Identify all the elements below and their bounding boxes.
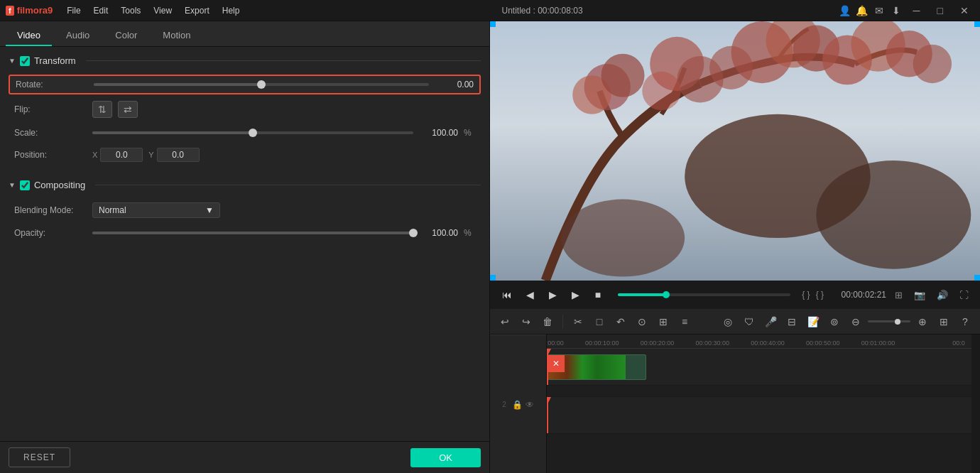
step-forward-button[interactable]: ▶ [567,286,584,303]
track-2-eye-icon[interactable]: 👁 [526,400,534,410]
mic-button[interactable]: 🎤 [761,312,780,331]
ok-button[interactable]: OK [410,448,481,467]
svg-point-6 [642,72,680,110]
ruler-mark-5: 00:00:50:00 [806,339,840,347]
position-label: Position: [14,150,92,160]
compositing-chevron: ▼ [9,181,16,189]
menu-help[interactable]: Help [217,3,246,18]
scale-value[interactable]: 100.00 [419,128,458,138]
video-clip-1[interactable] [547,354,646,380]
rotate-slider-thumb[interactable] [257,80,266,89]
volume-icon[interactable]: 🔊 [934,288,951,302]
edit-button[interactable]: 📝 [804,312,822,331]
rotate-tool-button[interactable]: ↶ [611,312,630,331]
help-button[interactable]: ? [956,312,974,331]
zoom-slider[interactable] [868,320,910,322]
redo-button[interactable]: ↪ [517,312,535,331]
grid-button[interactable]: ⊞ [935,312,953,331]
undo-button[interactable]: ↩ [496,312,514,331]
flip-vertical-button[interactable]: ⇄ [118,101,138,118]
screen-size-icon[interactable]: ⊞ [892,288,905,302]
position-x-group: X [92,148,143,162]
cut-button[interactable]: ✂ [569,312,587,331]
svg-point-3 [601,54,645,97]
audio-tool-button[interactable]: ≡ [675,312,694,331]
scale-slider[interactable] [92,131,413,134]
scale-row: Scale: 100.00 % [9,124,481,141]
fullscreen-icon[interactable]: ⛶ [957,288,971,302]
tab-video[interactable]: Video [6,26,52,46]
right-panel: ⏮ ◀ ▶ ▶ ■ { } { } 00:00:02:21 ⊞ 📷 🔊 ⛶ ↩ … [490,21,980,473]
menu-edit[interactable]: Edit [88,3,114,18]
menu-file[interactable]: File [61,3,86,18]
opacity-value[interactable]: 100.00 [419,228,458,238]
progress-fill [618,293,666,296]
close-button[interactable]: ✕ [954,4,974,18]
opacity-slider-thumb[interactable] [409,229,418,237]
overlay-tool[interactable]: ⊚ [825,312,844,331]
preview-canvas [490,21,980,281]
split-button[interactable]: ⊟ [783,312,801,331]
stop-button[interactable]: ■ [589,286,606,303]
rotate-slider[interactable] [94,83,429,86]
overlay-button[interactable]: ⊞ [654,312,673,331]
notification-icon[interactable]: 🔔 [856,5,868,16]
zoom-thumb[interactable] [895,319,900,325]
delete-button[interactable]: 🗑 [538,312,557,331]
tab-motion[interactable]: Motion [151,26,202,46]
timeline-scrollbar[interactable] [971,335,980,473]
tab-color[interactable]: Color [104,26,148,46]
transform-header[interactable]: ▼ Transform [9,53,481,69]
menu-view[interactable]: View [148,3,178,18]
rotate-value[interactable]: 0.00 [435,80,474,89]
effect-button[interactable]: ⊙ [633,312,651,331]
transform-section: ▼ Transform Rotate: 0.00 [9,53,481,165]
position-y-input[interactable] [157,148,200,162]
fit-button[interactable]: ◎ [719,312,737,331]
clip-delete-button[interactable] [548,355,565,372]
track-1-row [547,397,971,434]
blending-mode-dropdown[interactable]: Normal ▼ [92,202,220,218]
mark-icon[interactable]: { } [816,290,824,300]
menu-export[interactable]: Export [179,3,215,18]
minimize-button[interactable]: ─ [908,4,926,18]
clip-thumb-2 [597,355,626,379]
compositing-header[interactable]: ▼ Compositing [9,177,481,193]
step-back-button[interactable]: ◀ [521,286,538,303]
transform-checkbox[interactable] [20,56,30,66]
minus-icon[interactable]: ⊖ [846,312,865,331]
flip-horizontal-button[interactable]: ⇅ [92,101,112,118]
maximize-button[interactable]: □ [932,4,949,18]
menu-tools[interactable]: Tools [115,3,146,18]
reset-button[interactable]: RESET [9,447,70,467]
shield-button[interactable]: 🛡 [740,312,758,331]
opacity-slider[interactable] [92,232,413,234]
position-x-input[interactable] [100,148,143,162]
ruler-mark-4: 00:00:40:00 [751,339,785,347]
download-icon[interactable]: ⬇ [891,5,902,16]
track-spacer [547,386,971,397]
app-logo: f filmora9 [6,5,53,16]
progress-thumb[interactable] [663,291,670,298]
play-button[interactable]: ▶ [544,286,561,303]
progress-bar[interactable] [618,293,790,296]
tab-audio[interactable]: Audio [55,26,101,46]
blending-mode-content: Normal ▼ [92,202,475,218]
skip-back-button[interactable]: ⏮ [499,286,516,303]
loop-icon[interactable]: { } [802,290,810,300]
scale-slider-thumb[interactable] [249,129,257,137]
track-2-lock-icon[interactable]: 🔒 [512,400,523,410]
compositing-section: ▼ Compositing Blending Mode: Normal ▼ [9,177,481,241]
snapshot-icon[interactable]: 📷 [911,288,928,302]
properties-panel: Video Audio Color Motion ▼ Transform Rot… [0,21,490,473]
rotate-row: Rotate: 0.00 [9,75,481,94]
crop-button[interactable]: □ [590,312,609,331]
compositing-checkbox[interactable] [20,180,30,190]
properties-content: ▼ Transform Rotate: 0.00 [0,47,489,441]
plus-icon[interactable]: ⊕ [913,312,932,331]
flip-row: Flip: ⇅ ⇄ [9,97,481,121]
time-ruler: 00:00:00:00 00:00:10:00 00:00:20:00 00:0… [547,335,971,349]
ruler-mark-1: 00:00:10:00 [585,339,619,347]
mail-icon[interactable]: ✉ [873,5,885,16]
user-icon[interactable]: 👤 [839,5,851,16]
